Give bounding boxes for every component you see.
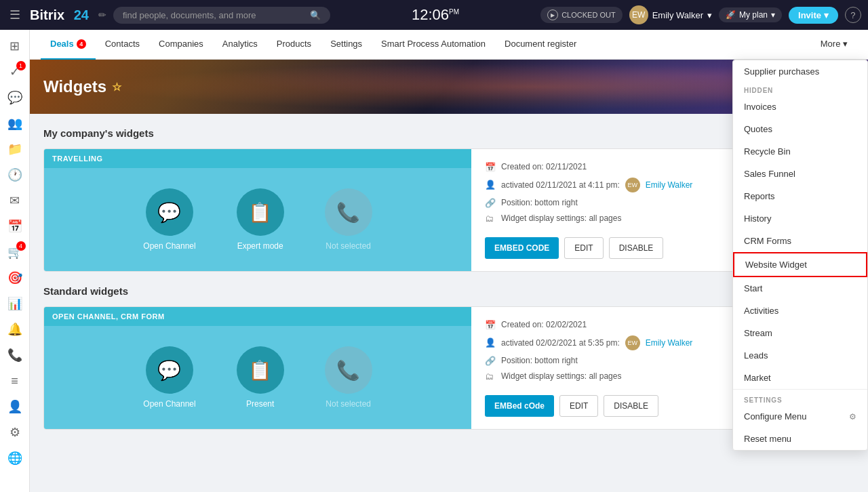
nav-contacts[interactable]: Contacts <box>96 30 149 60</box>
std-widget-icon-open-channel: 💬 Open Channel <box>143 346 195 409</box>
nav-document-register[interactable]: Document register <box>495 30 586 60</box>
dropdown-stream[interactable]: Stream <box>733 322 867 344</box>
widget-icon-expert: 📋 Expert mode <box>237 188 284 251</box>
plan-label: My plan <box>739 10 768 20</box>
open-channel-label: Open Channel <box>143 241 195 251</box>
sidebar-item-target[interactable]: 🎯 <box>3 266 27 290</box>
hamburger-menu-icon[interactable]: ☰ <box>7 5 23 25</box>
dropdown-sales-funnel[interactable]: Sales Funnel <box>733 163 867 185</box>
sidebar-item-notifications[interactable]: 🔔 <box>3 317 27 342</box>
search-input[interactable] <box>123 10 304 20</box>
position-text: Position: bottom right <box>501 198 578 207</box>
sidebar-item-time[interactable]: 🕐 <box>3 163 27 187</box>
sidebar-item-crm[interactable]: 🛒 4 <box>3 240 27 264</box>
nav-document-register-label: Document register <box>505 39 576 49</box>
dropdown-recycle-bin[interactable]: Recycle Bin <box>733 140 867 163</box>
settings-separator: SETTINGS <box>733 392 867 405</box>
dropdown-market[interactable]: Market <box>733 367 867 389</box>
created-text: Created on: 02/11/2021 <box>501 162 587 171</box>
not-selected-circle: 📞 <box>325 188 372 236</box>
open-channel-circle: 💬 <box>146 188 193 236</box>
layers-icon: 🗂 <box>485 213 496 224</box>
dropdown-reset-menu[interactable]: Reset menu <box>733 428 867 450</box>
dropdown-activities[interactable]: Activities <box>733 300 867 322</box>
sidebar-item-grid[interactable]: ⊞ <box>3 34 27 58</box>
logo[interactable]: Bitrix 24 <box>30 7 89 23</box>
plan-rocket-icon: 🚀 <box>726 10 736 20</box>
logo-num: 24 <box>74 7 89 23</box>
std-not-selected-label: Not selected <box>326 399 371 409</box>
std-present-circle: 📋 <box>237 346 284 394</box>
dropdown-website-widget[interactable]: Website Widget <box>733 252 867 277</box>
nav-analytics[interactable]: Analytics <box>213 30 267 60</box>
std-link-icon: 🔗 <box>485 356 496 366</box>
topbar-time: 12:06PM <box>412 6 459 24</box>
dropdown-supplier-purchases[interactable]: Supplier purchases <box>733 60 867 83</box>
std-activated-text: activated 02/02/2021 at 5:35 pm: <box>501 338 620 348</box>
dropdown-quotes[interactable]: Quotes <box>733 118 867 140</box>
sidebar-item-menu[interactable]: ≡ <box>3 369 27 393</box>
nav-settings-label: Settings <box>330 39 362 49</box>
nav-companies[interactable]: Companies <box>149 30 213 60</box>
logo-bitrix: Bitrix <box>30 7 64 23</box>
dropdown-start[interactable]: Start <box>733 277 867 300</box>
sidebar-item-files[interactable]: 📁 <box>3 137 27 161</box>
topbar: ☰ Bitrix 24 ✏ 🔍 12:06PM ▶ CLOCKED OUT EW… <box>0 0 868 30</box>
sidebar-item-contacts[interactable]: 👥 <box>3 111 27 136</box>
std-embed-code-button[interactable]: EMBed cOde <box>485 395 554 417</box>
dropdown-reports[interactable]: Reports <box>733 185 867 207</box>
nav-more-label: More ▾ <box>821 39 848 49</box>
std-user-icon: 👤 <box>485 337 496 348</box>
configure-gear-icon: ⚙ <box>849 412 856 422</box>
edit-icon[interactable]: ✏ <box>98 9 106 20</box>
clocked-out-button[interactable]: ▶ CLOCKED OUT <box>540 7 622 23</box>
favorite-star-icon[interactable]: ☆ <box>112 81 121 94</box>
sidebar-item-calendar[interactable]: 📅 <box>3 214 27 239</box>
clocked-out-label: CLOCKED OUT <box>561 11 615 19</box>
std-display-text: Widget display settings: all pages <box>501 371 621 381</box>
std-calendar-icon: 📅 <box>485 320 496 330</box>
nav-spa[interactable]: Smart Process Automation <box>372 30 495 60</box>
dropdown-configure-menu[interactable]: Configure Menu ⚙ <box>733 405 867 428</box>
search-bar[interactable]: 🔍 <box>113 7 330 24</box>
disable-button[interactable]: DISABLE <box>609 237 664 259</box>
embed-code-button[interactable]: EMBED CODE <box>485 237 559 259</box>
sidebar-item-chat[interactable]: 💬 <box>3 85 27 110</box>
dropdown-crm-forms[interactable]: CRM Forms <box>733 230 867 252</box>
sidebar-item-tasks[interactable]: ✓ 1 <box>3 60 27 84</box>
dropdown-leads[interactable]: Leads <box>733 344 867 367</box>
expert-label: Expert mode <box>237 241 283 251</box>
dropdown-invoices[interactable]: Invoices <box>733 96 867 118</box>
std-edit-button[interactable]: EDIT <box>559 395 598 417</box>
invite-button[interactable]: Invite ▾ <box>789 7 838 24</box>
help-button[interactable]: ? <box>845 7 861 23</box>
link-icon: 🔗 <box>485 198 496 208</box>
user-menu[interactable]: EW Emily Walker ▾ <box>629 5 712 24</box>
nav-more[interactable]: More ▾ <box>811 30 857 60</box>
expert-circle: 📋 <box>237 188 284 236</box>
activated-user-link[interactable]: Emily Walker <box>646 180 693 190</box>
sidebar-item-mail[interactable]: ✉ <box>3 188 27 213</box>
std-disable-button[interactable]: DISABLE <box>604 395 658 417</box>
sidebar-item-phone[interactable]: 📞 <box>3 343 27 367</box>
deals-badge: 4 <box>77 39 86 49</box>
edit-button[interactable]: EDIT <box>564 237 603 259</box>
std-present-label: Present <box>246 399 274 409</box>
nav-products-label: Products <box>277 39 311 49</box>
nav-products[interactable]: Products <box>267 30 321 60</box>
sidebar-item-globe[interactable]: 🌐 <box>3 446 27 470</box>
play-icon: ▶ <box>547 9 558 20</box>
user-chevron-icon: ▾ <box>707 10 712 20</box>
sidebar-item-analytics[interactable]: 📊 <box>3 291 27 316</box>
std-activated-user-link[interactable]: Emily Walker <box>646 338 693 348</box>
std-widget-icon-not-selected: 📞 Not selected <box>325 346 372 409</box>
my-plan-button[interactable]: 🚀 My plan ▾ <box>719 7 782 22</box>
nav-settings[interactable]: Settings <box>321 30 372 60</box>
std-not-selected-circle: 📞 <box>325 346 372 394</box>
sidebar-item-profile[interactable]: 👤 <box>3 394 27 419</box>
sidebar-item-settings[interactable]: ⚙ <box>3 420 27 445</box>
std-position-text: Position: bottom right <box>501 356 578 365</box>
nav-deals[interactable]: Deals 4 <box>41 30 96 60</box>
activated-avatar: EW <box>625 178 640 192</box>
dropdown-history[interactable]: History <box>733 207 867 230</box>
